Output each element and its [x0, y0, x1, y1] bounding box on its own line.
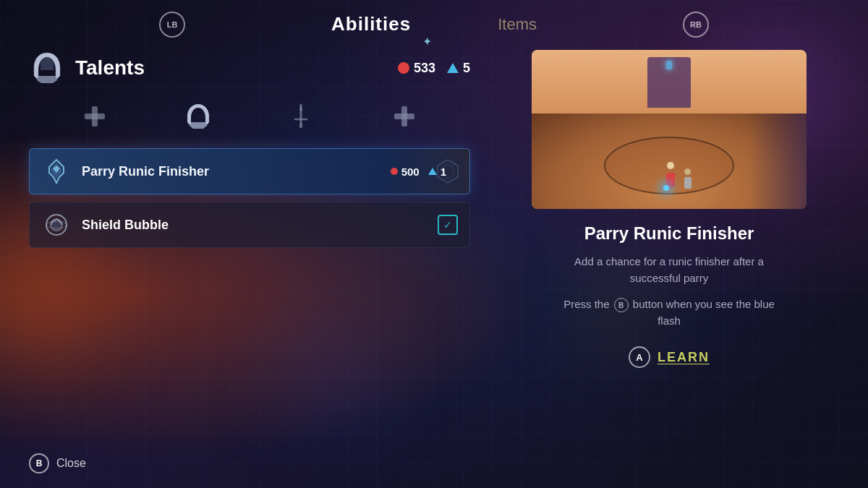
close-label: Close — [56, 457, 86, 470]
shield-checkmark: ✓ — [438, 215, 458, 235]
svg-rect-7 — [394, 114, 414, 119]
ability-row-shield[interactable]: Shield Bubble ✓ — [29, 202, 470, 248]
learn-button-label: LEARN — [658, 350, 710, 365]
top-nav: LB Abilities Items RB ✦ — [0, 0, 868, 35]
red-currency-value: 533 — [414, 61, 435, 76]
blue-currency-value: 5 — [463, 61, 470, 76]
talents-title: Talents — [75, 56, 398, 80]
red-orb-icon — [398, 62, 409, 74]
talents-helmet-icon — [29, 50, 65, 86]
parry-ability-name: Parry Runic Finisher — [82, 164, 391, 179]
category-sword-icon[interactable] — [285, 100, 317, 132]
hint-button-icon: B — [614, 298, 629, 312]
items-tab[interactable]: Items — [498, 15, 537, 34]
red-dot-icon — [391, 168, 398, 175]
svg-point-11 — [51, 219, 62, 231]
hint-suffix: button when you see the blue flash — [633, 298, 775, 327]
ability-row-parry[interactable]: Parry Runic Finisher 500 1 — [29, 148, 470, 194]
ability-preview-image — [532, 50, 807, 209]
learn-button-a-icon: A — [629, 346, 650, 368]
category-plus-icon[interactable] — [388, 100, 420, 132]
svg-rect-4 — [299, 124, 302, 128]
ability-list: Parry Runic Finisher 500 1 — [29, 148, 470, 248]
category-helmet-icon[interactable] — [182, 100, 214, 132]
detail-title: Parry Runic Finisher — [584, 223, 754, 244]
shield-ability-icon — [41, 210, 72, 240]
currency-blue: 5 — [447, 61, 470, 76]
svg-marker-8 — [438, 160, 458, 183]
right-panel: Parry Runic Finisher Add a chance for a … — [499, 50, 839, 474]
category-row — [29, 100, 470, 132]
parry-red-value: 500 — [401, 166, 420, 178]
scene-character-2 — [683, 168, 693, 189]
category-health-icon[interactable] — [79, 100, 111, 132]
svg-marker-9 — [442, 164, 454, 179]
hex-decoration — [435, 158, 461, 184]
detail-hint: Press the B button when you see the blue… — [561, 296, 778, 329]
rb-button[interactable]: RB — [683, 12, 709, 38]
parry-cost-red: 500 — [391, 166, 420, 178]
parry-ability-icon — [41, 156, 72, 187]
scene-character-1 — [663, 162, 678, 187]
blue-triangle-icon — [447, 63, 459, 73]
abilities-tab[interactable]: Abilities — [331, 13, 411, 35]
shield-ability-name: Shield Bubble — [82, 218, 438, 233]
close-button-b-icon[interactable]: B — [29, 453, 49, 474]
nav-star-icon: ✦ — [422, 35, 432, 48]
svg-rect-1 — [85, 114, 105, 119]
currency-container: 533 5 — [398, 61, 470, 76]
hint-prefix: Press the — [563, 298, 609, 310]
learn-button[interactable]: A LEARN — [629, 346, 710, 368]
currency-red: 533 — [398, 61, 435, 76]
detail-description: Add a chance for a runic finisher after … — [561, 254, 778, 286]
bottom-bar: B Close — [29, 453, 86, 474]
talents-header: Talents 533 5 — [29, 50, 470, 86]
lb-button[interactable]: LB — [159, 12, 185, 38]
left-panel: Talents 533 5 — [29, 50, 499, 474]
